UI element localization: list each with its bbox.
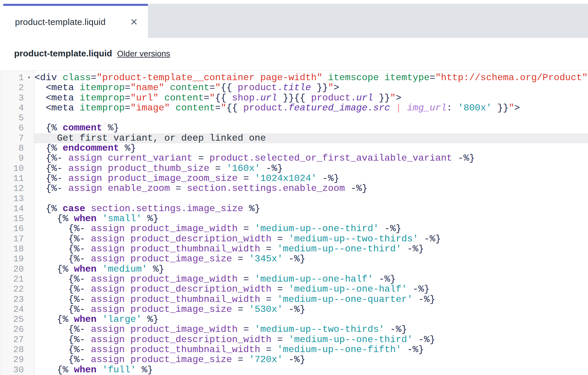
code-line-highlighted[interactable]: Get first variant, or deep linked one — [34, 133, 588, 143]
code-line[interactable]: {%- assign product_thumbnail_width = 'me… — [34, 295, 588, 305]
code-line[interactable]: {% when 'medium' %} — [34, 264, 588, 274]
code-editor[interactable]: 1▾23456789101112131415161718192021222324… — [0, 70, 588, 375]
code-line[interactable]: {%- assign current_variant = product.sel… — [34, 153, 588, 163]
code-line[interactable]: {%- assign product_thumbnail_width = 'me… — [34, 345, 588, 355]
gutter-row: 1▾ — [3, 73, 34, 83]
code-area[interactable]: <div class="product-template__container … — [34, 71, 588, 375]
gutter-row: 15 — [3, 214, 34, 224]
code-token: -%} — [373, 274, 396, 285]
code-token: {% — [34, 364, 74, 375]
code-line[interactable]: {%- assign product_description_width = '… — [34, 335, 588, 345]
code-token: " — [209, 93, 215, 103]
code-line[interactable]: {%- assign product_image_width = 'medium… — [34, 224, 588, 234]
code-token: when — [74, 264, 96, 275]
code-token: }}{{ — [277, 93, 311, 103]
line-number: 15 — [3, 214, 24, 224]
code-line[interactable]: {%- assign product_image_size = '345x' -… — [34, 254, 588, 264]
code-token: = — [243, 324, 249, 335]
gutter-row: 7 — [3, 133, 34, 143]
code-token: '1024x1024' — [255, 173, 317, 184]
code-token: <meta — [34, 93, 80, 103]
code-token: 'medium-up--one-third' — [255, 223, 379, 234]
file-header: product-template.liquid Older versions — [0, 38, 588, 70]
fold-arrow-icon[interactable]: ▾ — [24, 73, 34, 83]
code-line[interactable]: <div class="product-template__container … — [34, 73, 588, 83]
line-number: 23 — [3, 295, 24, 305]
code-line[interactable]: {%- assign product_thumb_size = '160x' -… — [34, 164, 588, 174]
line-number: 28 — [3, 345, 24, 355]
code-token: 'large' — [102, 314, 141, 325]
code-token: itemscope — [328, 72, 379, 83]
code-line[interactable]: <meta itemprop="image" content="{{ produ… — [34, 103, 588, 113]
code-token: {{ — [221, 82, 238, 93]
code-token: -%} — [407, 284, 430, 295]
code-token: = — [243, 223, 249, 234]
code-token: 'medium-up--two-thirds' — [288, 233, 418, 244]
code-token — [96, 264, 102, 275]
code-line[interactable]: {% when 'full' %} — [34, 365, 588, 375]
line-number: 22 — [3, 284, 24, 294]
tab-product-template[interactable]: product-template.liquid ✕ — [3, 4, 148, 38]
code-token: assign product_image_zoom_size — [68, 173, 243, 184]
code-token: : — [447, 102, 458, 113]
code-line[interactable]: {% when 'large' %} — [34, 315, 588, 324]
line-number: 19 — [3, 254, 24, 264]
code-token: {%- — [34, 334, 91, 345]
code-line[interactable]: <meta itemprop="url" content="{{ shop.ur… — [34, 93, 588, 103]
code-line[interactable]: {% endcomment %} — [34, 143, 588, 153]
code-token: > — [396, 93, 401, 103]
code-token: product. — [238, 82, 283, 93]
code-token: }} — [311, 82, 328, 93]
code-line[interactable]: {%- assign product_image_width = 'medium… — [34, 274, 588, 284]
close-icon[interactable]: ✕ — [129, 17, 139, 27]
code-line[interactable]: {%- assign product_description_width = '… — [34, 234, 588, 244]
code-line[interactable]: {%- assign product_image_size = '530x' -… — [34, 305, 588, 315]
code-line[interactable]: {%- assign product_description_width = '… — [34, 284, 588, 294]
gutter-row: 28 — [3, 345, 34, 355]
code-token: "product-template__container page-width" — [96, 72, 322, 83]
code-token: -%} — [401, 243, 424, 254]
code-token: -%} — [452, 153, 475, 164]
code-line[interactable]: {%- assign product_thumbnail_width = 'me… — [34, 244, 588, 254]
code-token: = — [198, 153, 204, 164]
code-token: = — [266, 344, 271, 355]
gutter-row: 25 — [3, 315, 34, 324]
code-token: assign product_thumbnail_width — [91, 344, 266, 355]
line-number: 18 — [3, 244, 24, 254]
line-number: 16 — [3, 224, 24, 234]
code-line[interactable]: <meta itemprop="name" content="{{ produc… — [34, 83, 588, 93]
code-line[interactable] — [34, 113, 588, 123]
gutter-row: 14 — [3, 204, 34, 214]
code-line[interactable] — [34, 194, 588, 204]
code-token: = — [238, 253, 243, 264]
code-line[interactable]: {%- assign product_image_size = '720x' -… — [34, 355, 588, 365]
gutter-row: 22 — [3, 284, 34, 294]
older-versions-link[interactable]: Older versions — [117, 49, 170, 58]
code-token: = — [125, 82, 130, 93]
code-token — [322, 72, 328, 83]
code-line[interactable]: {%- assign product_image_zoom_size = '10… — [34, 174, 588, 184]
code-token: {% — [34, 314, 74, 325]
code-token: {%- — [34, 294, 91, 305]
code-token — [221, 163, 226, 174]
code-token — [243, 354, 249, 365]
code-line[interactable]: {%- assign enable_zoom = section.setting… — [34, 184, 588, 194]
line-number: 9 — [3, 153, 24, 163]
code-token: = — [243, 173, 249, 184]
code-token: assign product_description_width — [91, 233, 277, 244]
code-line[interactable]: {% comment %} — [34, 123, 588, 133]
code-token: | — [396, 102, 401, 113]
line-number: 12 — [3, 184, 24, 194]
code-line[interactable]: {%- assign product_image_width = 'medium… — [34, 324, 588, 334]
code-token: %} — [119, 143, 136, 154]
code-token — [283, 334, 288, 345]
line-number: 1 — [3, 73, 24, 83]
code-token: {% — [34, 203, 63, 214]
code-token: {%- — [34, 223, 91, 234]
code-line[interactable]: {% case section.settings.image_size %} — [34, 204, 588, 214]
code-token: itemprop — [80, 102, 125, 113]
code-token: {%- — [34, 173, 68, 184]
line-number: 27 — [3, 335, 24, 345]
line-number: 21 — [3, 274, 24, 284]
code-line[interactable]: {% when 'small' %} — [34, 214, 588, 224]
